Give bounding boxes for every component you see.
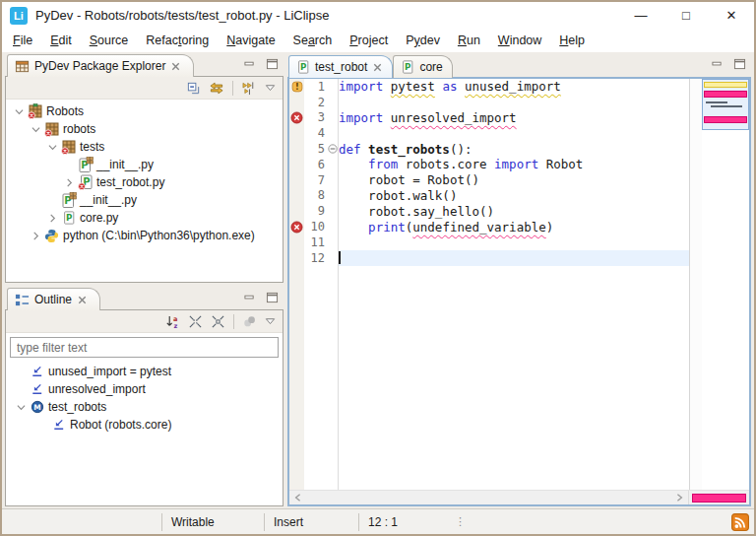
close-button[interactable]: ✕: [709, 2, 754, 29]
maximize-view-icon[interactable]: [266, 292, 279, 303]
maximize-view-icon[interactable]: [733, 58, 746, 70]
tree-item[interactable]: Robots: [6, 102, 283, 120]
menu-edit[interactable]: Edit: [41, 31, 81, 50]
tree-item[interactable]: Mtest_robots: [6, 398, 283, 416]
chevron-down-icon[interactable]: [32, 125, 40, 134]
line-number: 3: [304, 110, 327, 124]
close-icon[interactable]: [77, 295, 88, 305]
code-line[interactable]: 5def test_robots():: [289, 141, 689, 157]
minimap-line-mark[interactable]: [706, 101, 727, 103]
menu-project[interactable]: Project: [341, 31, 397, 50]
overview-ruler-footer: [688, 491, 749, 504]
close-icon[interactable]: [372, 62, 383, 73]
editor-tab-core[interactable]: Pcore: [393, 55, 452, 78]
collapse-all-icon[interactable]: [186, 81, 201, 96]
chevron-down-icon[interactable]: [17, 403, 26, 412]
editor-tab-test_robot[interactable]: Ptest_robot: [288, 55, 393, 78]
menu-window[interactable]: Window: [489, 31, 550, 50]
status-bar: Writable Insert 12 : 1 ⋮: [2, 508, 754, 534]
focus-arrows-icon[interactable]: [241, 81, 257, 96]
tree-item[interactable]: Robot (robots.core): [6, 416, 283, 434]
code-line[interactable]: 9 robot.say_hello(): [289, 203, 689, 219]
menu-arrow-icon[interactable]: [265, 84, 276, 92]
code-line[interactable]: !1import pytest as unused_import: [289, 79, 689, 95]
overview-ruler[interactable]: [702, 79, 749, 490]
menu-source[interactable]: Source: [81, 31, 138, 50]
close-icon[interactable]: [170, 61, 181, 72]
code-line[interactable]: 10 print(undefined_variable): [289, 219, 689, 234]
menu-navigate[interactable]: Navigate: [218, 31, 284, 50]
tree-item[interactable]: P__init__.py: [6, 191, 283, 209]
menu-refactoring[interactable]: Refactoring: [137, 31, 218, 50]
tree-item[interactable]: unused_import = pytest: [6, 363, 283, 380]
code-line[interactable]: 7 robot = Robot(): [289, 172, 689, 188]
menu-run[interactable]: Run: [449, 31, 489, 50]
tree-item[interactable]: Pcore.py: [6, 209, 283, 227]
tree-item-label: Robots: [44, 104, 84, 118]
tab-package-explorer[interactable]: PyDev Package Explorer: [7, 54, 194, 77]
filter-input[interactable]: [10, 337, 279, 358]
chevron-down-icon[interactable]: [48, 143, 57, 152]
expand-out-icon[interactable]: [211, 314, 225, 329]
menu-bar: FileEditSourceRefactoringNavigateSearchP…: [2, 29, 754, 52]
rss-news-icon[interactable]: [731, 513, 749, 531]
tree-item[interactable]: python (C:\bin\Python36\python.exe): [6, 227, 283, 244]
code-line[interactable]: 11: [289, 234, 689, 250]
tree-item[interactable]: Ptest_robot.py: [6, 173, 283, 191]
code-line[interactable]: 2: [289, 95, 689, 110]
pyfile-icon: P: [296, 59, 310, 75]
code-line-text: def test_robots():: [339, 141, 689, 157]
code-line-text: robot.walk(): [339, 188, 689, 204]
minimap-warning-mark[interactable]: [704, 82, 747, 88]
python-icon: [44, 229, 59, 243]
window-title: PyDev - Robots/robots/tests/test_robot.p…: [35, 8, 329, 23]
maximize-view-icon[interactable]: [266, 58, 279, 70]
collapse-in-icon[interactable]: [188, 314, 203, 329]
code-line[interactable]: 4: [289, 125, 689, 141]
tab-outline[interactable]: Outline: [7, 288, 100, 310]
scroll-right-icon[interactable]: [675, 494, 683, 502]
minimap-error-mark[interactable]: [704, 91, 747, 98]
vertical-scrollbar[interactable]: [689, 79, 702, 490]
menu-file[interactable]: File: [4, 31, 41, 50]
minimize-button[interactable]: —: [618, 2, 663, 29]
sort-az-icon[interactable]: az: [165, 314, 180, 329]
code-line[interactable]: 8 robot.walk(): [289, 188, 689, 204]
menu-arrow-icon[interactable]: [265, 317, 276, 325]
menu-search[interactable]: Search: [284, 31, 342, 50]
minimap-line-mark[interactable]: [711, 105, 742, 107]
chevron-right-icon[interactable]: [32, 232, 40, 240]
fold-icon[interactable]: [328, 144, 338, 154]
menu-help[interactable]: Help: [550, 31, 594, 50]
tree-item[interactable]: robots: [6, 120, 283, 138]
pyfile-error-icon: P: [78, 174, 94, 190]
error-icon: [290, 221, 303, 234]
minimap-error-mark[interactable]: [704, 116, 747, 123]
link-editor-icon[interactable]: [209, 81, 224, 96]
chevron-right-icon[interactable]: [48, 214, 57, 223]
app-window: Li PyDev - Robots/robots/tests/test_robo…: [0, 0, 756, 536]
tree-item[interactable]: P__init__.py: [6, 156, 283, 173]
tree-item-label: unresolved_import: [46, 382, 146, 396]
minimize-view-icon[interactable]: [243, 58, 256, 70]
code-line[interactable]: 3import unresolved_import: [289, 110, 689, 126]
tree-item[interactable]: tests: [6, 138, 283, 156]
menu-pydev[interactable]: Pydev: [397, 31, 449, 50]
code-line[interactable]: 6 from robots.core import Robot: [289, 157, 689, 172]
minimize-view-icon[interactable]: [711, 58, 724, 70]
scroll-left-icon[interactable]: [294, 494, 302, 502]
tree-item[interactable]: unresolved_import: [6, 380, 283, 398]
package-explorer-tree: RobotsrobotstestsP__init__.pyPtest_robot…: [6, 100, 283, 282]
horizontal-scrollbar[interactable]: [289, 491, 688, 504]
maximize-button[interactable]: □: [663, 2, 709, 29]
code-editor[interactable]: !1import pytest as unused_import23import…: [289, 79, 689, 490]
filters-disabled-icon[interactable]: [242, 314, 257, 329]
outline-tree: unused_import = pytestunresolved_importM…: [6, 360, 283, 505]
chevron-right-icon[interactable]: [65, 178, 74, 187]
minimize-view-icon[interactable]: [243, 292, 256, 303]
tree-item-label: core.py: [78, 211, 118, 225]
package-explorer-icon: [15, 59, 30, 74]
code-line[interactable]: 12: [289, 250, 689, 266]
trim-drag-handle[interactable]: ⋮: [455, 515, 466, 528]
chevron-down-icon[interactable]: [15, 107, 24, 116]
